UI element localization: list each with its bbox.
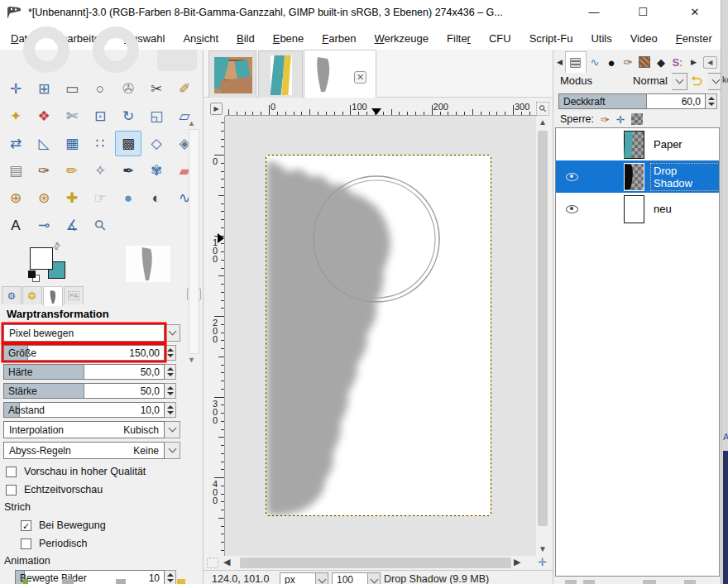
- vertical-ruler[interactable]: 0100200300400: [212, 116, 225, 556]
- menu-ebene[interactable]: Ebene: [264, 29, 314, 48]
- move-tool-icon[interactable]: ✛: [2, 76, 29, 102]
- canvas-viewport[interactable]: [225, 116, 536, 556]
- heal-tool-icon[interactable]: ✚: [59, 185, 85, 211]
- horizontal-scrollbar[interactable]: [240, 558, 511, 568]
- zoom-tool-icon[interactable]: ⚲: [87, 213, 113, 238]
- paintbrush-tool-icon[interactable]: ✑: [31, 158, 57, 184]
- rotate-tool-icon[interactable]: ↻: [115, 103, 141, 129]
- opacity-spinner[interactable]: [706, 93, 717, 109]
- color-picker-tool-icon[interactable]: ⊸: [31, 213, 57, 238]
- visibility-eye-icon[interactable]: [566, 205, 578, 213]
- free-select-tool-icon[interactable]: ✇: [115, 76, 141, 102]
- ink-tool-icon[interactable]: ✒: [115, 158, 141, 184]
- checkbox-echtzeitvorschau[interactable]: Echtzeitvorschau: [3, 481, 200, 499]
- layer-name[interactable]: Drop Shadow: [651, 164, 719, 190]
- opacity-slider[interactable]: Deckkraft 60,0: [558, 93, 706, 109]
- behavior-select[interactable]: Pixel bewegen: [3, 324, 165, 342]
- navigation-preview-button[interactable]: [207, 558, 218, 568]
- image-tab-photo[interactable]: [208, 50, 256, 98]
- perspective-tool-icon[interactable]: ◺: [31, 131, 57, 156]
- scroll-up-icon[interactable]: ▲: [536, 116, 549, 129]
- scroll-down-icon[interactable]: ▼: [536, 543, 549, 556]
- abyss-regeln-select[interactable]: Abyss-RegelnKeine: [3, 442, 165, 459]
- rectangle-select-tool-icon[interactable]: ▭: [59, 76, 85, 102]
- device-status-tab[interactable]: ❂: [22, 286, 42, 304]
- dock-collapse-button[interactable]: ◀: [703, 56, 717, 69]
- menu-scriptfu[interactable]: Script-Fu: [520, 29, 582, 48]
- checkbox-box[interactable]: ✓: [21, 520, 31, 531]
- menu-video[interactable]: Video: [621, 29, 667, 48]
- layer-thumbnail[interactable]: [624, 163, 644, 191]
- perspective-clone-tool-icon[interactable]: ⊛: [31, 185, 57, 211]
- tool-options-tab[interactable]: ⚙: [2, 286, 22, 304]
- options-scroll-down-icon[interactable]: ▼: [188, 356, 195, 364]
- abyss-regeln-dropdown-button[interactable]: [165, 442, 180, 459]
- 3d-transform-tool-icon[interactable]: ▦: [59, 131, 85, 156]
- lock-pixels-icon[interactable]: ✑: [601, 113, 609, 126]
- menu-utils[interactable]: Utils: [582, 29, 620, 48]
- patterns-tab[interactable]: [636, 54, 653, 70]
- clone-tool-icon[interactable]: ⊕: [2, 185, 29, 211]
- checkbox-box[interactable]: [6, 485, 17, 495]
- image-canvas[interactable]: [266, 156, 491, 515]
- image-tab-paper-strip[interactable]: [258, 50, 303, 98]
- layer-row-neu[interactable]: neu: [556, 193, 719, 225]
- image-preview-thumbnail[interactable]: [126, 246, 170, 282]
- canvas-menu-button[interactable]: ▶: [210, 103, 223, 115]
- tabs-scroll-right-icon[interactable]: ▶: [691, 58, 697, 66]
- checkbox-box[interactable]: [6, 467, 17, 477]
- checkbox-periodisch[interactable]: Periodisch: [18, 534, 200, 553]
- options-scroll-up-icon[interactable]: ▲: [188, 119, 195, 127]
- menu-fenster[interactable]: Fenster: [667, 29, 721, 48]
- mode-dropdown[interactable]: [672, 73, 687, 90]
- horizontal-ruler[interactable]: 0100200300: [225, 102, 536, 116]
- options-scrollbar[interactable]: [189, 129, 199, 354]
- handle-transform-tool-icon[interactable]: ∷: [87, 131, 113, 156]
- layer-row-paper[interactable]: Paper: [556, 128, 719, 160]
- stärke-spinner[interactable]: [165, 383, 176, 399]
- menu-werkzeuge[interactable]: Werkzeuge: [366, 29, 438, 48]
- layers-tab[interactable]: [565, 51, 587, 73]
- switch-mode-icon[interactable]: ⮌: [691, 74, 702, 88]
- visibility-eye-icon[interactable]: [566, 173, 578, 181]
- letters-tab[interactable]: PA: [64, 286, 84, 304]
- menu-farben[interactable]: Farben: [313, 29, 365, 48]
- lock-alpha-icon[interactable]: [631, 113, 643, 125]
- select-by-color-tool-icon[interactable]: ❖: [31, 103, 57, 129]
- vertical-scrollbar[interactable]: [538, 131, 548, 526]
- gradient-tool-icon[interactable]: ▤: [2, 158, 29, 184]
- menu-ansicht[interactable]: Ansicht: [174, 29, 228, 48]
- unified-transform-tool-icon[interactable]: ⊡: [87, 103, 113, 129]
- crop-tool-icon[interactable]: ✄: [59, 103, 85, 129]
- größe-spinner[interactable]: [165, 345, 176, 361]
- abstand-slider[interactable]: Abstand10,0: [3, 402, 165, 418]
- tabs-scroll-left-icon[interactable]: ◀: [557, 58, 563, 66]
- menu-filter[interactable]: Filter: [438, 29, 480, 48]
- smudge-tool-icon[interactable]: ☞: [87, 185, 113, 211]
- stärke-slider[interactable]: Stärke50,0: [3, 383, 165, 399]
- gradients-tab[interactable]: ◆: [653, 54, 669, 70]
- behavior-dropdown-button[interactable]: [165, 324, 180, 342]
- dodge-burn-tool-icon[interactable]: ◐: [143, 185, 170, 211]
- ellipse-select-tool-icon[interactable]: ○: [87, 76, 113, 102]
- zoom-follow-window-icon[interactable]: ⚲: [536, 102, 549, 116]
- layer-name[interactable]: Paper: [651, 137, 685, 151]
- image-tab-shadow[interactable]: ✕: [304, 50, 376, 98]
- close-button[interactable]: ✕: [676, 0, 714, 26]
- fuzzy-select-tool-icon[interactable]: ✦: [2, 103, 29, 129]
- checkbox-box[interactable]: [21, 539, 31, 549]
- unit-select[interactable]: px: [280, 572, 328, 584]
- layer-thumbnail[interactable]: [624, 131, 644, 159]
- blur-sharpen-tool-icon[interactable]: ●: [115, 185, 141, 211]
- paths-tab[interactable]: ∿: [587, 54, 603, 70]
- interpolation-select[interactable]: InterpolationKubisch: [3, 421, 165, 438]
- menu-cfu[interactable]: CFU: [480, 29, 520, 48]
- lock-position-icon[interactable]: ✛: [615, 113, 624, 126]
- default-colors-icon[interactable]: [28, 270, 36, 278]
- flip-tool-icon[interactable]: ⇄: [2, 131, 29, 156]
- scissors-select-tool-icon[interactable]: ✂: [143, 76, 170, 102]
- checkbox-bei-bewegung[interactable]: ✓Bei Bewegung: [18, 516, 200, 534]
- pencil-tool-icon[interactable]: ✏: [59, 158, 85, 184]
- channels-tab[interactable]: ●: [603, 54, 620, 70]
- scroll-left-icon[interactable]: ◀: [223, 557, 230, 567]
